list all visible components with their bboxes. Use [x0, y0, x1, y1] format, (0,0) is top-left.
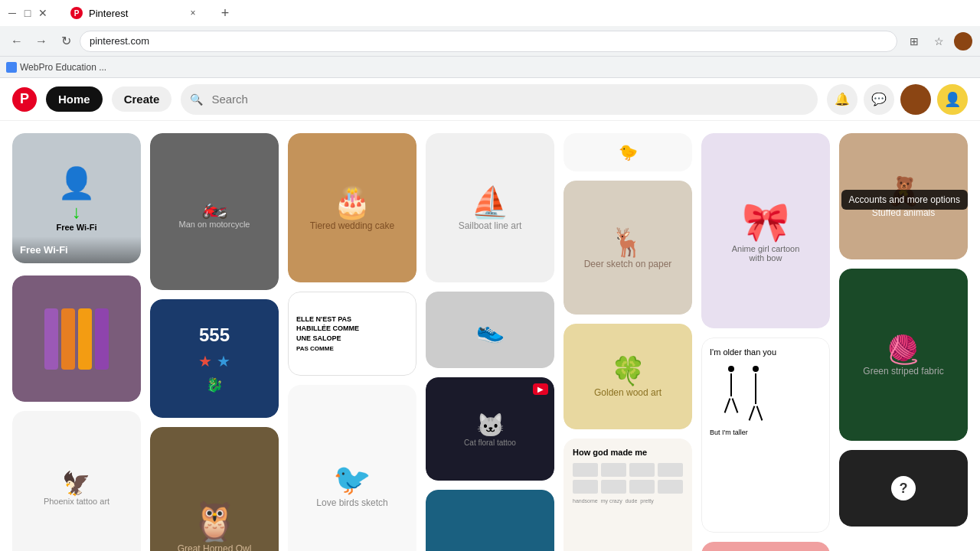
masonry-grid: Free Wi-Fi 👤 ↓ Free Wi-Fi: [12, 133, 968, 551]
pin-text: 555: [199, 324, 230, 346]
pin-content: Free Wi-Fi 👤 ↓ Free Wi-Fi: [0, 121, 980, 551]
reload-button[interactable]: ↻: [55, 31, 77, 52]
pin-text: ELLE N'EST PASHABILLÉE COMMEUNE SALOPEPA…: [296, 315, 359, 353]
pin-card[interactable]: 👟: [426, 292, 554, 368]
pin-card[interactable]: [12, 276, 141, 402]
pin-card[interactable]: 🏍️ Man on motorcycle: [150, 133, 279, 290]
pinterest-logo[interactable]: P: [12, 87, 37, 112]
pin-card[interactable]: 555 ★ ★ 🐉: [150, 299, 279, 418]
pin-text: Free Wi-Fi: [12, 236, 141, 263]
tab-title: Pinterest: [89, 8, 128, 19]
home-nav-button[interactable]: Home: [46, 86, 103, 112]
pin-text: I'm older than you: [710, 346, 776, 438]
pin-card[interactable]: How god made me handsomemy: [564, 439, 692, 551]
message-button[interactable]: 💬: [864, 84, 894, 115]
pinterest-app: P Home Create 🔍 🔔 💬 👤 Accounts and more …: [0, 78, 980, 551]
pin-card[interactable]: 🐤: [564, 133, 692, 171]
header-actions: 🔔 💬 👤: [827, 84, 968, 115]
title-bar: ─ □ ✕ P Pinterest × +: [0, 0, 980, 26]
address-bar: ← → ↻ ⊞ ☆: [0, 26, 980, 57]
tab-favicon: P: [70, 7, 83, 19]
pin-card[interactable]: 🦉 Great Horned Owl: [150, 427, 279, 551]
pin-header: P Home Create 🔍 🔔 💬 👤: [0, 78, 980, 121]
profile-button[interactable]: [952, 31, 974, 52]
search-container: 🔍: [181, 84, 818, 115]
pin-card[interactable]: 🎂 Tiered wedding cake: [288, 133, 416, 282]
pin-text: How god made me: [573, 448, 683, 457]
pin-card[interactable]: 🐦 Love birds sketch: [288, 385, 416, 551]
user-avatar[interactable]: [900, 84, 931, 115]
pin-card[interactable]: 🐱 Cat floral tattoo ▶: [426, 377, 554, 481]
pin-card[interactable]: I'm older than you: [701, 337, 830, 533]
browser-actions: ⊞ ☆: [903, 31, 974, 52]
accounts-icon: 👤: [944, 91, 961, 108]
close-button[interactable]: ✕: [37, 7, 49, 19]
extensions-button[interactable]: ⊞: [903, 31, 925, 52]
pin-card[interactable]: ELLE N'EST PASHABILLÉE COMMEUNE SALOPEPA…: [288, 292, 416, 376]
accounts-tooltip: Accounts and more options: [841, 190, 968, 210]
bookmark-label: WebPro Education ...: [20, 62, 106, 73]
new-tab-button[interactable]: +: [214, 2, 236, 24]
pin-card[interactable]: 🍀 Golden wood art: [564, 324, 692, 429]
create-nav-button[interactable]: Create: [112, 86, 172, 112]
bookmark-item[interactable]: WebPro Education ...: [6, 62, 106, 73]
browser-tab[interactable]: P Pinterest ×: [58, 1, 211, 25]
notification-button[interactable]: 🔔: [827, 84, 858, 115]
forward-button[interactable]: →: [31, 31, 52, 52]
pin-card[interactable]: Free Wi-Fi 👤 ↓ Free Wi-Fi: [12, 133, 141, 263]
pin-card[interactable]: 🦌 Deer sketch on paper: [564, 181, 692, 315]
accounts-button[interactable]: 👤: [937, 84, 968, 115]
pin-card[interactable]: 🎀 Anime girl cartoonwith bow: [701, 133, 830, 328]
bookmark-favicon: [6, 62, 17, 73]
address-input[interactable]: [80, 31, 897, 52]
pin-card[interactable]: 🧶 Green striped fabric: [839, 269, 968, 441]
search-icon: 🔍: [190, 93, 203, 106]
pin-card[interactable]: 🦅 Phoenix tattoo art: [12, 411, 141, 551]
bookmarks-bar: WebPro Education ...: [0, 57, 980, 78]
tab-close-button[interactable]: ×: [187, 7, 199, 19]
back-button[interactable]: ←: [6, 31, 28, 52]
minimize-button[interactable]: ─: [6, 7, 18, 19]
window-controls: ─ □ ✕: [6, 7, 49, 19]
browser-window: ─ □ ✕ P Pinterest × + ← → ↻ ⊞ ☆ WebPro E…: [0, 0, 980, 551]
pin-card[interactable]: 🎀 Hello Kitty plush: [701, 542, 830, 551]
pin-card[interactable]: 🌊 Tropical ocean cliffs: [426, 490, 554, 551]
pin-card[interactable]: ⛵ Sailboat line art: [426, 133, 554, 282]
pin-card[interactable]: ?: [839, 450, 968, 527]
maximize-button[interactable]: □: [21, 7, 34, 19]
bookmark-button[interactable]: ☆: [928, 31, 949, 52]
search-input[interactable]: [181, 84, 818, 115]
